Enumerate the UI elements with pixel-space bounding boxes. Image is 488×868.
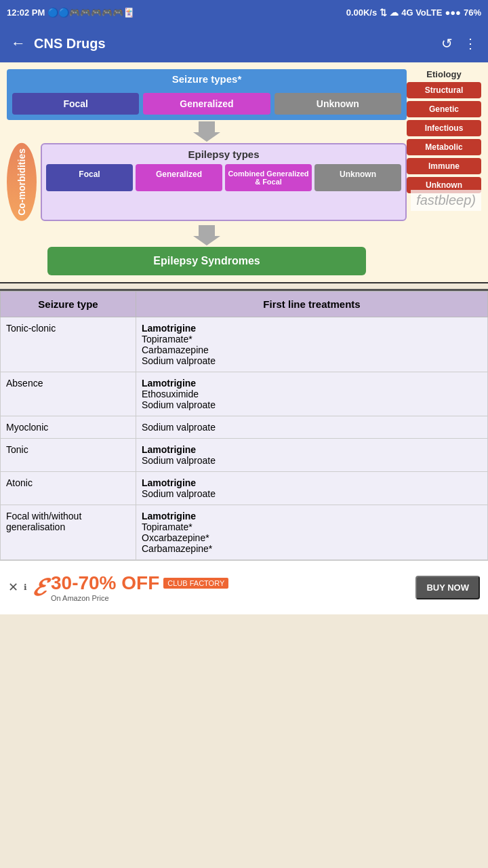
epilepsy-container: Epilepsy types Focal Generalized Combine… (41, 143, 407, 221)
treatment-item: Carbamazepine* (142, 543, 482, 554)
seizure-focal[interactable]: Focal (12, 93, 139, 115)
col-seizure-type: Seizure type (1, 291, 136, 317)
treatments-table: Seizure type First line treatments Tonic… (0, 291, 488, 560)
ad-sub-text: On Amazon Price (51, 594, 228, 602)
treatment-item: Oxcarbazepine* (142, 532, 482, 543)
ad-discount: 30-70% OFF (51, 572, 159, 594)
etiology-immune[interactable]: Immune (407, 158, 481, 174)
more-button[interactable]: ⋮ (464, 35, 477, 52)
seizure-type-cell: Absence (1, 372, 136, 416)
status-battery: 76% (464, 7, 481, 18)
table-row: MyoclonicSodium valproate (1, 416, 488, 438)
ad-logo: 𝓔 (33, 573, 45, 601)
status-app-icons: 🔵🔵🎮🎮🎮🎮🎮🃏 (47, 7, 134, 18)
app-bar: ← CNS Drugs ↺ ⋮ (0, 24, 488, 62)
seizure-type-cell: Myoclonic (1, 416, 136, 438)
etiology-infectious[interactable]: Infectious (407, 120, 481, 136)
seizure-generalized[interactable]: Generalized (143, 93, 270, 115)
seizure-type-cell: Focal with/without generalisation (1, 505, 136, 559)
treatment-item: Sodium valproate (142, 355, 482, 366)
page-title: CNS Drugs (34, 36, 441, 52)
status-arrows: ⇅ (380, 7, 387, 18)
ad-info-icon[interactable]: ℹ (24, 583, 27, 592)
table-row: TonicLamotrigineSodium valproate (1, 438, 488, 471)
diagram-section: Seizure types* Focal Generalized Unknown (0, 62, 488, 283)
status-network: 0.00K/s (346, 7, 378, 18)
etiology-metabolic[interactable]: Metabolic (407, 139, 481, 155)
table-row: AbsenceLamotrigineEthosuximideSodium val… (1, 372, 488, 416)
treatment-cell: LamotrigineTopiramate*Oxcarbazepine*Carb… (136, 505, 488, 559)
treatment-item: Topiramate* (142, 334, 482, 344)
arrow-down-2 (7, 225, 407, 245)
treatment-item: Carbamazepine (142, 344, 482, 355)
etiology-label: Etiology (407, 69, 481, 79)
seizure-unknown[interactable]: Unknown (274, 93, 401, 115)
middle-section: Co-morbidities Epilepsy types Focal Gene… (7, 143, 407, 221)
arrow-down-1 (7, 121, 407, 142)
treatment-item: Sodium valproate (142, 399, 482, 410)
seizure-types-box: Seizure types* Focal Generalized Unknown (7, 69, 407, 120)
status-carrier: 4G VoLTE (401, 7, 442, 18)
table-section: Seizure type First line treatments Tonic… (0, 289, 488, 560)
refresh-button[interactable]: ↺ (441, 35, 453, 52)
svg-marker-0 (193, 121, 220, 142)
epilepsy-buttons: Focal Generalized Combined Generalized &… (46, 164, 401, 191)
seizure-types-header: Seizure types* (7, 69, 407, 89)
treatment-item: Lamotrigine (142, 323, 482, 334)
seizure-type-cell: Tonic-clonic (1, 317, 136, 372)
epilepsy-combined[interactable]: Combined Generalized & Focal (225, 164, 312, 191)
status-time: 12:02 PM (7, 7, 45, 18)
table-header-row: Seizure type First line treatments (1, 291, 488, 317)
table-row: AtonicLamotrigineSodium valproate (1, 471, 488, 505)
seizure-type-cell: Tonic (1, 438, 136, 471)
status-signal: ●●● (445, 7, 461, 18)
ad-banner: ✕ ℹ 𝓔 30-70% OFF CLUB FACTORY On Amazon … (0, 560, 488, 614)
seizure-types-buttons: Focal Generalized Unknown (7, 89, 407, 120)
treatment-item: Lamotrigine (142, 511, 482, 521)
diagram-wrapper: Seizure types* Focal Generalized Unknown (7, 69, 481, 275)
treatment-cell: Sodium valproate (136, 416, 488, 438)
treatment-item: Lamotrigine (142, 378, 482, 389)
epilepsy-unknown[interactable]: Unknown (314, 164, 401, 191)
treatment-item: Lamotrigine (142, 444, 482, 455)
treatment-item: Sodium valproate (142, 488, 482, 499)
etiology-genetic[interactable]: Genetic (407, 101, 481, 117)
fastbleep-watermark: fastbleep) (411, 190, 481, 211)
ad-close-button[interactable]: ✕ (8, 580, 18, 595)
table-body: Tonic-clonicLamotrigineTopiramate*Carbam… (1, 317, 488, 559)
etiology-section: Etiology Structural Genetic Infectious M… (407, 69, 481, 275)
treatment-item: Sodium valproate (142, 455, 482, 466)
back-button[interactable]: ← (11, 35, 26, 52)
epilepsy-generalized[interactable]: Generalized (136, 164, 222, 191)
status-right: 0.00K/s ⇅ ☁ 4G VoLTE ●●● 76% (346, 7, 481, 18)
seizure-type-cell: Atonic (1, 471, 136, 505)
diagram-inner: Seizure types* Focal Generalized Unknown (7, 69, 481, 275)
treatment-item: Lamotrigine (142, 477, 482, 488)
treatment-cell: LamotrigineTopiramate*CarbamazepineSodiu… (136, 317, 488, 372)
treatment-cell: LamotrigineSodium valproate (136, 471, 488, 505)
treatment-item: Ethosuximide (142, 389, 482, 399)
svg-marker-1 (193, 225, 220, 245)
comorbidities-label: Co-morbidities (7, 143, 37, 221)
table-row: Tonic-clonicLamotrigineTopiramate*Carbam… (1, 317, 488, 372)
status-bar: 12:02 PM 🔵🔵🎮🎮🎮🎮🎮🃏 0.00K/s ⇅ ☁ 4G VoLTE ●… (0, 0, 488, 24)
ad-content: 𝓔 30-70% OFF CLUB FACTORY On Amazon Pric… (33, 572, 415, 602)
col-first-line-treatments: First line treatments (136, 291, 488, 317)
epilepsy-syndromes[interactable]: Epilepsy Syndromes (47, 247, 366, 275)
treatment-cell: LamotrigineEthosuximideSodium valproate (136, 372, 488, 416)
ad-brand: CLUB FACTORY (163, 578, 228, 589)
treatment-cell: LamotrigineSodium valproate (136, 438, 488, 471)
etiology-structural[interactable]: Structural (407, 82, 481, 98)
epilepsy-focal[interactable]: Focal (46, 164, 133, 191)
treatment-item: Topiramate* (142, 521, 482, 532)
epilepsy-header: Epilepsy types (46, 149, 401, 160)
treatment-item: Sodium valproate (142, 422, 482, 433)
diagram-left: Seizure types* Focal Generalized Unknown (7, 69, 407, 275)
status-left: 12:02 PM 🔵🔵🎮🎮🎮🎮🎮🃏 (7, 7, 134, 18)
status-wifi: ☁ (390, 7, 399, 18)
table-row: Focal with/without generalisationLamotri… (1, 505, 488, 559)
ad-buy-button[interactable]: BUY NOW (415, 576, 480, 599)
